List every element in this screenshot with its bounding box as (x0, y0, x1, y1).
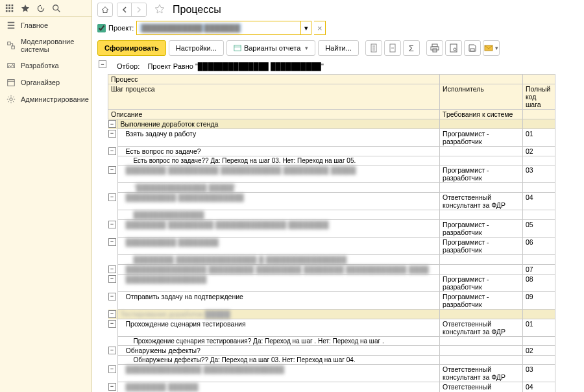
sidebar-label: Органайзер (21, 79, 60, 86)
svg-rect-0 (6, 4, 8, 6)
tree-toggle[interactable]: − (108, 320, 116, 328)
sidebar-item-main[interactable]: Главное (0, 17, 91, 34)
tree-toggle[interactable]: − (108, 275, 116, 283)
project-value: ████████████ ███████ (140, 23, 241, 32)
page-header: Процессы (92, 0, 584, 19)
svg-rect-14 (12, 46, 14, 49)
apps-icon[interactable] (5, 4, 14, 13)
preview-button[interactable] (445, 40, 462, 56)
sidebar-label: Моделирование системы (21, 38, 85, 53)
tree-toggle[interactable]: − (108, 347, 116, 354)
svg-point-9 (53, 5, 58, 10)
sum-button[interactable]: Σ (403, 40, 420, 56)
tree-toggle[interactable]: − (99, 60, 106, 68)
svg-rect-3 (6, 7, 8, 9)
svg-rect-4 (8, 7, 10, 9)
tree-toggle[interactable]: − (108, 193, 116, 201)
sidebar-label: Администрирование (21, 95, 89, 103)
svg-rect-12 (8, 28, 15, 29)
save-button[interactable] (464, 40, 481, 56)
tree-toggle[interactable]: − (108, 221, 116, 228)
back-button[interactable] (117, 3, 132, 16)
report-area: − Отбор: Проект Равно "██████████████ ██… (92, 60, 584, 392)
svg-rect-20 (432, 44, 437, 47)
tree-toggle[interactable]: − (108, 130, 116, 138)
svg-point-16 (10, 98, 12, 101)
svg-rect-11 (8, 25, 15, 26)
tree-toggle[interactable]: − (108, 120, 116, 128)
history-icon[interactable] (36, 4, 45, 13)
sidebar-item-dev[interactable]: Разработка (0, 57, 91, 74)
tree-toggle[interactable]: − (108, 238, 116, 246)
star-icon[interactable] (21, 4, 30, 13)
svg-rect-17 (234, 45, 241, 51)
forward-button[interactable] (132, 3, 146, 16)
tree-toggle[interactable]: − (108, 293, 116, 300)
email-button[interactable] (483, 40, 500, 56)
tree-toggle[interactable]: − (108, 365, 116, 373)
svg-rect-15 (8, 80, 15, 86)
tree-toggle[interactable]: − (108, 310, 116, 318)
project-clear[interactable]: × (314, 21, 326, 35)
nav-arrows (117, 3, 147, 17)
filter-row: Проект: ████████████ ███████ ▾ × (92, 19, 584, 36)
sidebar: Главное Моделирование системы Разработка… (0, 0, 92, 392)
project-label: Проект: (108, 24, 134, 32)
svg-rect-10 (8, 22, 15, 23)
tree-toggle[interactable]: − (108, 166, 116, 174)
sidebar-item-admin[interactable]: Администрирование (0, 91, 91, 108)
svg-rect-7 (8, 10, 10, 12)
svg-rect-6 (6, 10, 8, 12)
search-icon[interactable] (52, 4, 61, 13)
svg-rect-1 (8, 4, 10, 6)
generate-button[interactable]: Сформировать (97, 40, 166, 56)
sidebar-item-organizer[interactable]: Органайзер (0, 74, 91, 91)
find-button[interactable]: Найти... (318, 40, 359, 56)
print-button[interactable] (426, 40, 443, 56)
settings-button[interactable]: Настройки... (169, 40, 224, 56)
svg-rect-13 (8, 42, 10, 45)
selection-line: Отбор: Проект Равно "██████████████ ████… (108, 60, 584, 74)
report-table: ПроцессШаг процессаИсполнительПолный код… (108, 74, 555, 392)
main-area: Процессы Проект: ████████████ ███████ ▾ … (92, 0, 584, 392)
svg-rect-25 (470, 49, 474, 51)
svg-rect-2 (12, 4, 14, 6)
svg-rect-5 (12, 7, 14, 9)
collapse-button[interactable] (384, 40, 401, 56)
sidebar-item-modeling[interactable]: Моделирование системы (0, 34, 91, 57)
sidebar-label: Разработка (21, 62, 59, 69)
sidebar-toolbar (0, 0, 91, 17)
svg-rect-8 (12, 10, 14, 12)
expand-button[interactable] (365, 40, 382, 56)
tree-toggle[interactable]: − (108, 147, 116, 155)
home-button[interactable] (97, 3, 113, 17)
variants-button[interactable]: Варианты отчета (226, 40, 315, 56)
svg-point-24 (454, 48, 456, 51)
project-checkbox[interactable] (97, 24, 106, 32)
project-dropdown[interactable]: ▾ (300, 21, 311, 34)
toolbar: Сформировать Настройки... Варианты отчет… (92, 36, 584, 60)
tree-toggle[interactable]: − (108, 383, 116, 391)
sidebar-label: Главное (21, 21, 48, 29)
tree-toggle[interactable]: − (108, 265, 116, 273)
project-field[interactable]: ████████████ ███████ ▾ (136, 21, 311, 35)
favorite-icon[interactable] (154, 4, 165, 16)
page-title: Процессы (173, 4, 221, 16)
